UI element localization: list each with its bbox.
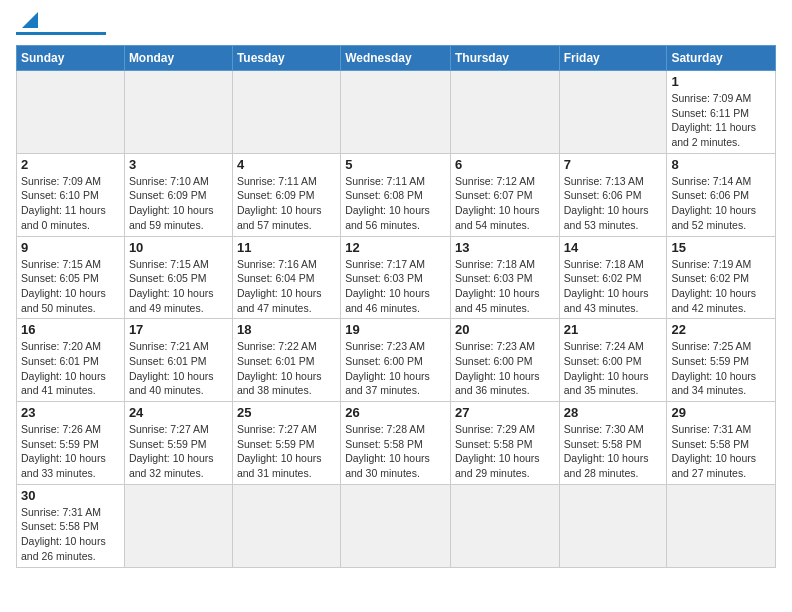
day-cell: 28Sunrise: 7:30 AMSunset: 5:58 PMDayligh…: [559, 402, 667, 485]
day-number: 18: [237, 322, 336, 337]
day-cell: 10Sunrise: 7:15 AMSunset: 6:05 PMDayligh…: [124, 236, 232, 319]
day-cell: [559, 71, 667, 154]
day-cell: 1Sunrise: 7:09 AMSunset: 6:11 PMDaylight…: [667, 71, 776, 154]
day-cell: 4Sunrise: 7:11 AMSunset: 6:09 PMDaylight…: [232, 153, 340, 236]
day-info: Sunrise: 7:11 AMSunset: 6:09 PMDaylight:…: [237, 174, 336, 233]
day-info: Sunrise: 7:30 AMSunset: 5:58 PMDaylight:…: [564, 422, 663, 481]
day-number: 8: [671, 157, 771, 172]
day-cell: 30Sunrise: 7:31 AMSunset: 5:58 PMDayligh…: [17, 484, 125, 567]
week-row-5: 23Sunrise: 7:26 AMSunset: 5:59 PMDayligh…: [17, 402, 776, 485]
svg-marker-0: [22, 12, 38, 28]
day-info: Sunrise: 7:23 AMSunset: 6:00 PMDaylight:…: [455, 339, 555, 398]
day-info: Sunrise: 7:20 AMSunset: 6:01 PMDaylight:…: [21, 339, 120, 398]
day-cell: 8Sunrise: 7:14 AMSunset: 6:06 PMDaylight…: [667, 153, 776, 236]
weekday-friday: Friday: [559, 46, 667, 71]
day-cell: 24Sunrise: 7:27 AMSunset: 5:59 PMDayligh…: [124, 402, 232, 485]
day-cell: 14Sunrise: 7:18 AMSunset: 6:02 PMDayligh…: [559, 236, 667, 319]
calendar-body: 1Sunrise: 7:09 AMSunset: 6:11 PMDaylight…: [17, 71, 776, 568]
day-info: Sunrise: 7:21 AMSunset: 6:01 PMDaylight:…: [129, 339, 228, 398]
day-cell: 13Sunrise: 7:18 AMSunset: 6:03 PMDayligh…: [450, 236, 559, 319]
day-number: 7: [564, 157, 663, 172]
day-cell: 3Sunrise: 7:10 AMSunset: 6:09 PMDaylight…: [124, 153, 232, 236]
day-cell: [124, 484, 232, 567]
day-info: Sunrise: 7:26 AMSunset: 5:59 PMDaylight:…: [21, 422, 120, 481]
day-info: Sunrise: 7:15 AMSunset: 6:05 PMDaylight:…: [21, 257, 120, 316]
day-cell: 18Sunrise: 7:22 AMSunset: 6:01 PMDayligh…: [232, 319, 340, 402]
logo-triangle-icon: [19, 8, 41, 30]
weekday-monday: Monday: [124, 46, 232, 71]
day-number: 9: [21, 240, 120, 255]
weekday-saturday: Saturday: [667, 46, 776, 71]
day-info: Sunrise: 7:09 AMSunset: 6:11 PMDaylight:…: [671, 91, 771, 150]
calendar-table: SundayMondayTuesdayWednesdayThursdayFrid…: [16, 45, 776, 568]
day-info: Sunrise: 7:28 AMSunset: 5:58 PMDaylight:…: [345, 422, 446, 481]
day-number: 6: [455, 157, 555, 172]
day-number: 4: [237, 157, 336, 172]
day-cell: [124, 71, 232, 154]
day-cell: 23Sunrise: 7:26 AMSunset: 5:59 PMDayligh…: [17, 402, 125, 485]
day-cell: 9Sunrise: 7:15 AMSunset: 6:05 PMDaylight…: [17, 236, 125, 319]
day-info: Sunrise: 7:11 AMSunset: 6:08 PMDaylight:…: [345, 174, 446, 233]
day-cell: [450, 71, 559, 154]
logo: [16, 16, 106, 35]
day-info: Sunrise: 7:31 AMSunset: 5:58 PMDaylight:…: [671, 422, 771, 481]
day-number: 16: [21, 322, 120, 337]
day-number: 19: [345, 322, 446, 337]
day-number: 3: [129, 157, 228, 172]
day-number: 28: [564, 405, 663, 420]
day-cell: 27Sunrise: 7:29 AMSunset: 5:58 PMDayligh…: [450, 402, 559, 485]
weekday-wednesday: Wednesday: [341, 46, 451, 71]
day-number: 27: [455, 405, 555, 420]
week-row-1: 1Sunrise: 7:09 AMSunset: 6:11 PMDaylight…: [17, 71, 776, 154]
day-cell: 26Sunrise: 7:28 AMSunset: 5:58 PMDayligh…: [341, 402, 451, 485]
day-cell: 16Sunrise: 7:20 AMSunset: 6:01 PMDayligh…: [17, 319, 125, 402]
day-info: Sunrise: 7:19 AMSunset: 6:02 PMDaylight:…: [671, 257, 771, 316]
day-info: Sunrise: 7:09 AMSunset: 6:10 PMDaylight:…: [21, 174, 120, 233]
day-cell: 19Sunrise: 7:23 AMSunset: 6:00 PMDayligh…: [341, 319, 451, 402]
week-row-3: 9Sunrise: 7:15 AMSunset: 6:05 PMDaylight…: [17, 236, 776, 319]
day-cell: [559, 484, 667, 567]
day-number: 29: [671, 405, 771, 420]
calendar-header: SundayMondayTuesdayWednesdayThursdayFrid…: [17, 46, 776, 71]
weekday-sunday: Sunday: [17, 46, 125, 71]
day-number: 12: [345, 240, 446, 255]
day-number: 10: [129, 240, 228, 255]
day-cell: 12Sunrise: 7:17 AMSunset: 6:03 PMDayligh…: [341, 236, 451, 319]
day-number: 20: [455, 322, 555, 337]
day-cell: 25Sunrise: 7:27 AMSunset: 5:59 PMDayligh…: [232, 402, 340, 485]
day-cell: [667, 484, 776, 567]
day-info: Sunrise: 7:24 AMSunset: 6:00 PMDaylight:…: [564, 339, 663, 398]
header: [16, 16, 776, 35]
day-cell: 6Sunrise: 7:12 AMSunset: 6:07 PMDaylight…: [450, 153, 559, 236]
weekday-thursday: Thursday: [450, 46, 559, 71]
day-info: Sunrise: 7:15 AMSunset: 6:05 PMDaylight:…: [129, 257, 228, 316]
day-number: 21: [564, 322, 663, 337]
day-cell: 22Sunrise: 7:25 AMSunset: 5:59 PMDayligh…: [667, 319, 776, 402]
day-number: 15: [671, 240, 771, 255]
day-cell: 17Sunrise: 7:21 AMSunset: 6:01 PMDayligh…: [124, 319, 232, 402]
day-info: Sunrise: 7:14 AMSunset: 6:06 PMDaylight:…: [671, 174, 771, 233]
weekday-header-row: SundayMondayTuesdayWednesdayThursdayFrid…: [17, 46, 776, 71]
weekday-tuesday: Tuesday: [232, 46, 340, 71]
day-number: 24: [129, 405, 228, 420]
day-number: 2: [21, 157, 120, 172]
day-cell: [17, 71, 125, 154]
day-info: Sunrise: 7:12 AMSunset: 6:07 PMDaylight:…: [455, 174, 555, 233]
day-number: 25: [237, 405, 336, 420]
day-info: Sunrise: 7:27 AMSunset: 5:59 PMDaylight:…: [237, 422, 336, 481]
day-cell: 2Sunrise: 7:09 AMSunset: 6:10 PMDaylight…: [17, 153, 125, 236]
day-number: 23: [21, 405, 120, 420]
day-cell: [232, 71, 340, 154]
day-cell: 7Sunrise: 7:13 AMSunset: 6:06 PMDaylight…: [559, 153, 667, 236]
day-cell: 15Sunrise: 7:19 AMSunset: 6:02 PMDayligh…: [667, 236, 776, 319]
day-cell: 21Sunrise: 7:24 AMSunset: 6:00 PMDayligh…: [559, 319, 667, 402]
day-cell: 5Sunrise: 7:11 AMSunset: 6:08 PMDaylight…: [341, 153, 451, 236]
day-info: Sunrise: 7:16 AMSunset: 6:04 PMDaylight:…: [237, 257, 336, 316]
day-cell: 11Sunrise: 7:16 AMSunset: 6:04 PMDayligh…: [232, 236, 340, 319]
day-number: 13: [455, 240, 555, 255]
week-row-2: 2Sunrise: 7:09 AMSunset: 6:10 PMDaylight…: [17, 153, 776, 236]
day-info: Sunrise: 7:31 AMSunset: 5:58 PMDaylight:…: [21, 505, 120, 564]
day-cell: [341, 484, 451, 567]
day-number: 14: [564, 240, 663, 255]
day-info: Sunrise: 7:13 AMSunset: 6:06 PMDaylight:…: [564, 174, 663, 233]
